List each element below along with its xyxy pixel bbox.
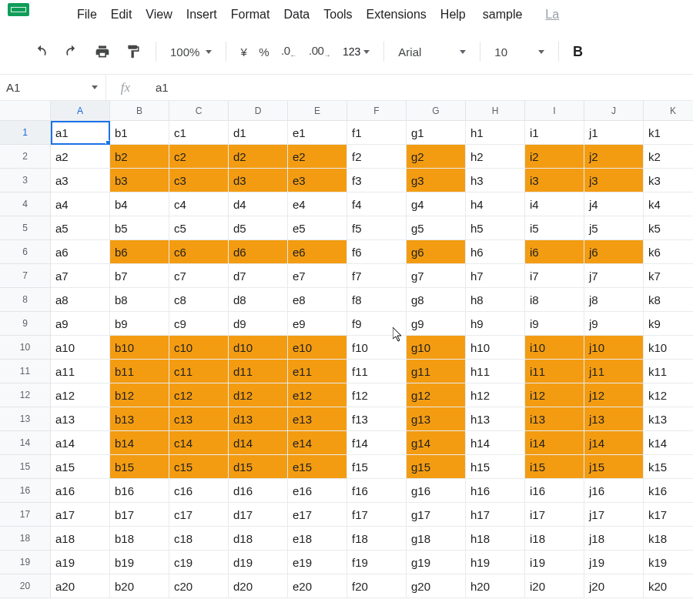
cell-F18[interactable]: f18 bbox=[347, 527, 407, 551]
cell-C4[interactable]: c4 bbox=[169, 192, 229, 216]
cell-A8[interactable]: a8 bbox=[51, 288, 110, 312]
cell-D10[interactable]: d10 bbox=[229, 336, 288, 360]
cell-K17[interactable]: k17 bbox=[644, 503, 693, 527]
cell-E5[interactable]: e5 bbox=[288, 216, 347, 240]
cell-G11[interactable]: g11 bbox=[407, 360, 466, 383]
cell-B7[interactable]: b7 bbox=[110, 264, 169, 288]
cell-J1[interactable]: j1 bbox=[584, 121, 644, 145]
cell-I18[interactable]: i18 bbox=[525, 527, 584, 551]
cell-H5[interactable]: h5 bbox=[466, 216, 525, 240]
cell-D11[interactable]: d11 bbox=[229, 360, 288, 383]
cell-E20[interactable]: e20 bbox=[288, 574, 347, 598]
cell-D7[interactable]: d7 bbox=[229, 264, 288, 288]
col-head-K[interactable]: K bbox=[644, 101, 693, 121]
row-head-6[interactable]: 6 bbox=[0, 240, 51, 264]
cell-F17[interactable]: f17 bbox=[347, 503, 407, 527]
cell-H16[interactable]: h16 bbox=[466, 479, 525, 503]
cell-D6[interactable]: d6 bbox=[229, 240, 288, 264]
cell-E2[interactable]: e2 bbox=[288, 145, 347, 169]
cell-I17[interactable]: i17 bbox=[525, 503, 584, 527]
cell-A17[interactable]: a17 bbox=[51, 503, 110, 527]
cell-J12[interactable]: j12 bbox=[584, 383, 644, 407]
cell-B20[interactable]: b20 bbox=[110, 574, 169, 598]
cell-D3[interactable]: d3 bbox=[229, 169, 288, 192]
cell-A1[interactable]: a1 bbox=[51, 121, 110, 145]
col-head-E[interactable]: E bbox=[288, 101, 347, 121]
cell-G14[interactable]: g14 bbox=[407, 431, 466, 455]
cell-J5[interactable]: j5 bbox=[584, 216, 644, 240]
cell-F2[interactable]: f2 bbox=[347, 145, 407, 169]
cell-K8[interactable]: k8 bbox=[644, 288, 693, 312]
name-box[interactable]: A1 bbox=[0, 75, 106, 100]
cell-C6[interactable]: c6 bbox=[169, 240, 229, 264]
row-head-8[interactable]: 8 bbox=[0, 288, 51, 312]
menu-edit[interactable]: Edit bbox=[111, 8, 132, 22]
increase-decimal-button[interactable]: .00→ bbox=[309, 44, 330, 59]
cell-J3[interactable]: j3 bbox=[584, 169, 644, 192]
cell-G2[interactable]: g2 bbox=[407, 145, 466, 169]
row-head-4[interactable]: 4 bbox=[0, 192, 51, 216]
cell-H13[interactable]: h13 bbox=[466, 407, 525, 431]
cell-C19[interactable]: c19 bbox=[169, 551, 229, 574]
row-head-10[interactable]: 10 bbox=[0, 336, 51, 360]
formula-input[interactable]: a1 bbox=[145, 75, 693, 100]
cell-F8[interactable]: f8 bbox=[347, 288, 407, 312]
cell-C9[interactable]: c9 bbox=[169, 312, 229, 336]
col-head-D[interactable]: D bbox=[229, 101, 288, 121]
cell-G10[interactable]: g10 bbox=[407, 336, 466, 360]
percent-button[interactable]: % bbox=[259, 45, 269, 59]
row-head-15[interactable]: 15 bbox=[0, 455, 51, 479]
cell-A4[interactable]: a4 bbox=[51, 192, 110, 216]
cell-A6[interactable]: a6 bbox=[51, 240, 110, 264]
cell-A20[interactable]: a20 bbox=[51, 574, 110, 598]
cell-A9[interactable]: a9 bbox=[51, 312, 110, 336]
cell-E18[interactable]: e18 bbox=[288, 527, 347, 551]
cell-H12[interactable]: h12 bbox=[466, 383, 525, 407]
cell-J19[interactable]: j19 bbox=[584, 551, 644, 574]
cell-H1[interactable]: h1 bbox=[466, 121, 525, 145]
cell-H20[interactable]: h20 bbox=[466, 574, 525, 598]
cell-I6[interactable]: i6 bbox=[525, 240, 584, 264]
zoom-select[interactable]: 100% bbox=[170, 45, 212, 59]
row-head-16[interactable]: 16 bbox=[0, 479, 51, 503]
cell-K15[interactable]: k15 bbox=[644, 455, 693, 479]
cell-K11[interactable]: k11 bbox=[644, 360, 693, 383]
cell-A13[interactable]: a13 bbox=[51, 407, 110, 431]
number-format-select[interactable]: 123 bbox=[343, 45, 370, 58]
cell-J14[interactable]: j14 bbox=[584, 431, 644, 455]
cell-E7[interactable]: e7 bbox=[288, 264, 347, 288]
cell-B4[interactable]: b4 bbox=[110, 192, 169, 216]
cell-E13[interactable]: e13 bbox=[288, 407, 347, 431]
cell-J17[interactable]: j17 bbox=[584, 503, 644, 527]
cell-K1[interactable]: k1 bbox=[644, 121, 693, 145]
cell-I19[interactable]: i19 bbox=[525, 551, 584, 574]
cell-K3[interactable]: k3 bbox=[644, 169, 693, 192]
cell-D2[interactable]: d2 bbox=[229, 145, 288, 169]
menu-help[interactable]: Help bbox=[440, 8, 466, 22]
cell-H11[interactable]: h11 bbox=[466, 360, 525, 383]
cell-I3[interactable]: i3 bbox=[525, 169, 584, 192]
cell-J16[interactable]: j16 bbox=[584, 479, 644, 503]
cell-I14[interactable]: i14 bbox=[525, 431, 584, 455]
cell-H6[interactable]: h6 bbox=[466, 240, 525, 264]
cell-H10[interactable]: h10 bbox=[466, 336, 525, 360]
cell-H17[interactable]: h17 bbox=[466, 503, 525, 527]
cell-H19[interactable]: h19 bbox=[466, 551, 525, 574]
cell-B10[interactable]: b10 bbox=[110, 336, 169, 360]
cell-I16[interactable]: i16 bbox=[525, 479, 584, 503]
cell-C14[interactable]: c14 bbox=[169, 431, 229, 455]
cell-A7[interactable]: a7 bbox=[51, 264, 110, 288]
cell-B11[interactable]: b11 bbox=[110, 360, 169, 383]
cell-E12[interactable]: e12 bbox=[288, 383, 347, 407]
menu-format[interactable]: Format bbox=[231, 8, 270, 22]
menu-data[interactable]: Data bbox=[283, 8, 310, 22]
row-head-12[interactable]: 12 bbox=[0, 383, 51, 407]
menu-insert[interactable]: Insert bbox=[186, 8, 217, 22]
cell-E17[interactable]: e17 bbox=[288, 503, 347, 527]
print-icon[interactable] bbox=[94, 43, 111, 60]
col-head-C[interactable]: C bbox=[169, 101, 229, 121]
cell-E14[interactable]: e14 bbox=[288, 431, 347, 455]
cell-I12[interactable]: i12 bbox=[525, 383, 584, 407]
row-head-3[interactable]: 3 bbox=[0, 169, 51, 192]
cell-A19[interactable]: a19 bbox=[51, 551, 110, 574]
